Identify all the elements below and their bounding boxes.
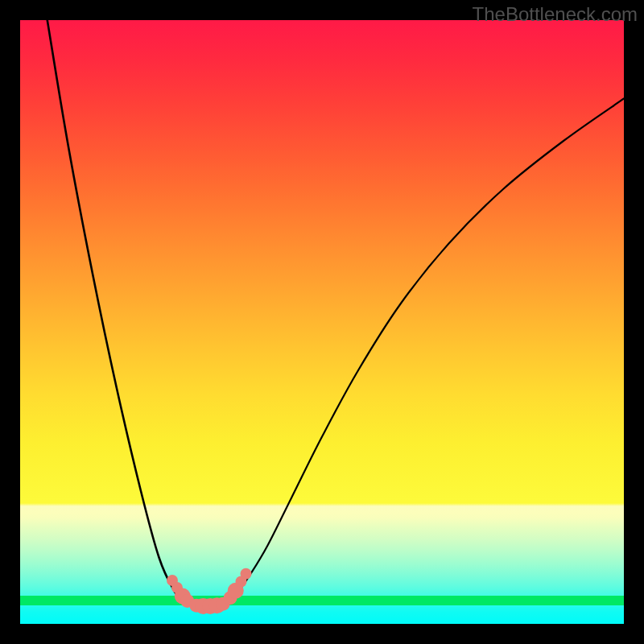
chart-svg: [20, 20, 624, 624]
curve-lines: [47, 20, 624, 606]
chart-plot-area: [20, 20, 624, 624]
watermark-text: TheBottleneck.com: [473, 3, 638, 26]
marker-right_cluster: [241, 568, 252, 580]
curve-right-arm: [225, 99, 625, 605]
curve-markers: [167, 568, 252, 614]
curve-left-arm: [47, 20, 192, 604]
